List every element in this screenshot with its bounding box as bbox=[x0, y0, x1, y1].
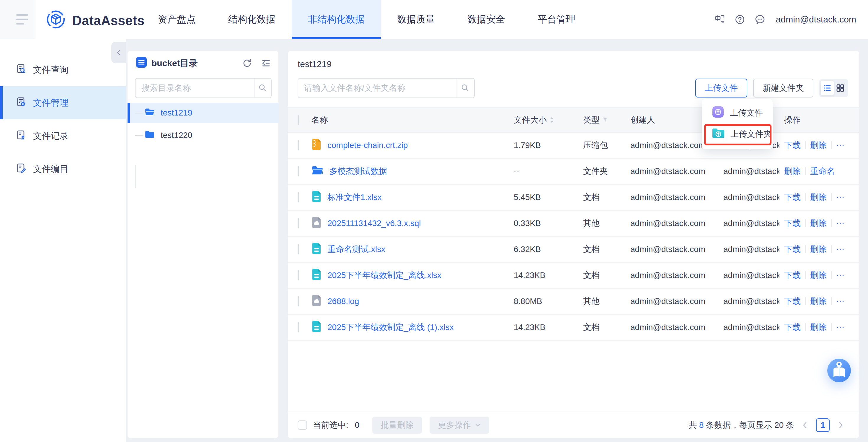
row-actions: 下载删除··· bbox=[784, 140, 859, 151]
row-action-link[interactable]: 删除 bbox=[810, 297, 827, 306]
file-name-link[interactable]: 202511131432_v6.3.x.sql bbox=[328, 218, 421, 228]
sidebar-item-1[interactable]: 文件管理 bbox=[0, 86, 126, 119]
nav-tab-2[interactable]: 非结构化数据 bbox=[292, 0, 381, 39]
directory-search-input[interactable] bbox=[135, 79, 254, 97]
row-action-link[interactable]: 删除 bbox=[784, 167, 801, 176]
row-action-link[interactable]: 下载 bbox=[784, 297, 801, 306]
row-action-link[interactable]: 下载 bbox=[784, 271, 801, 280]
directory-search-button[interactable] bbox=[254, 79, 271, 97]
sidebar-item-2[interactable]: 文件记录 bbox=[0, 119, 126, 152]
message-icon[interactable] bbox=[754, 13, 766, 25]
row-actions: 下载删除··· bbox=[784, 322, 859, 333]
file-name-link[interactable]: complete-chain.crt.zip bbox=[328, 141, 408, 150]
row-action-more[interactable]: ··· bbox=[836, 141, 844, 150]
row-action-link[interactable]: 下载 bbox=[784, 245, 801, 254]
row-action-link[interactable]: 重命名 bbox=[810, 167, 835, 176]
sidebar-item-3[interactable]: 文件编目 bbox=[0, 152, 126, 185]
row-actions: 下载删除··· bbox=[784, 218, 859, 229]
row-action-link[interactable]: 下载 bbox=[784, 323, 801, 332]
row-action-more[interactable]: ··· bbox=[836, 271, 844, 280]
nav-tab-0[interactable]: 资产盘点 bbox=[142, 0, 212, 39]
file-table: 名称 文件大小 类型 创建人 操作 complete-chain.crt.zip… bbox=[288, 107, 859, 341]
file-size: 8.80MB bbox=[514, 297, 583, 306]
file-search-button[interactable] bbox=[456, 79, 474, 97]
row-checkbox[interactable] bbox=[298, 296, 299, 306]
list-view-button[interactable] bbox=[821, 81, 834, 95]
row-action-link[interactable]: 删除 bbox=[810, 193, 827, 202]
next-page-button[interactable] bbox=[836, 421, 845, 430]
prev-page-button[interactable] bbox=[801, 421, 810, 430]
row-checkbox[interactable] bbox=[298, 140, 299, 150]
tree-node-1[interactable]: test1220 bbox=[128, 125, 278, 145]
select-all-checkbox[interactable] bbox=[298, 115, 299, 125]
file-type: 文档 bbox=[583, 192, 630, 203]
collapse-tree-icon[interactable] bbox=[261, 58, 271, 68]
table-header-row: 名称 文件大小 类型 创建人 操作 bbox=[288, 107, 859, 132]
sort-icon[interactable] bbox=[550, 116, 554, 123]
filter-icon[interactable] bbox=[602, 117, 608, 122]
page-number[interactable]: 1 bbox=[816, 418, 830, 432]
file-name-link[interactable]: 重命名测试.xlsx bbox=[328, 244, 385, 255]
file-record-icon bbox=[16, 130, 27, 142]
file-search bbox=[298, 78, 475, 98]
doc-file-icon bbox=[311, 242, 321, 257]
batch-delete-button[interactable]: 批量删除 bbox=[372, 417, 422, 434]
row-checkbox[interactable] bbox=[298, 218, 299, 228]
help-icon[interactable] bbox=[734, 13, 746, 25]
nav-tab-3[interactable]: 数据质量 bbox=[381, 0, 451, 39]
nav-tab-5[interactable]: 平台管理 bbox=[521, 0, 592, 39]
row-action-link[interactable]: 下载 bbox=[784, 141, 801, 150]
menu-hamburger-icon[interactable] bbox=[0, 0, 35, 39]
row-action-link[interactable]: 下载 bbox=[784, 218, 801, 228]
file-name-link[interactable]: 2025下半年绩效制定_离线 (1).xlsx bbox=[328, 322, 454, 333]
upload-menu-item-1[interactable]: 上传文件夹 bbox=[702, 123, 773, 145]
row-action-link[interactable]: 删除 bbox=[810, 218, 827, 228]
file-name-link[interactable]: 标准文件1.xlsx bbox=[328, 192, 382, 203]
row-action-more[interactable]: ··· bbox=[836, 245, 844, 254]
row-actions: 下载删除··· bbox=[784, 192, 859, 203]
search-icon bbox=[460, 83, 471, 93]
upload-file-button[interactable]: 上传文件 bbox=[695, 79, 747, 97]
refresh-icon[interactable] bbox=[242, 58, 252, 68]
folder-icon bbox=[145, 130, 155, 141]
file-catalog-icon bbox=[16, 163, 27, 176]
upload-menu-item-0[interactable]: 上传文件 bbox=[702, 102, 773, 123]
grid-view-button[interactable] bbox=[834, 81, 847, 95]
doc-file-icon bbox=[311, 269, 321, 283]
column-header-size: 文件大小 bbox=[514, 114, 583, 125]
bucket-directory-panel: bucket目录 test1219test1220 bbox=[128, 51, 278, 438]
user-email[interactable]: admin@dtstack.com bbox=[776, 14, 856, 25]
file-name-link[interactable]: 多模态测试数据 bbox=[329, 166, 387, 177]
file-name-link[interactable]: 2688.log bbox=[328, 297, 359, 306]
file-type: 文档 bbox=[583, 244, 630, 255]
row-checkbox[interactable] bbox=[298, 192, 299, 202]
nav-tab-1[interactable]: 结构化数据 bbox=[212, 0, 292, 39]
file-size: 1.79KB bbox=[514, 141, 583, 150]
row-checkbox[interactable] bbox=[298, 166, 299, 176]
row-action-more[interactable]: ··· bbox=[836, 218, 844, 228]
row-action-more[interactable]: ··· bbox=[836, 193, 844, 202]
row-action-link[interactable]: 删除 bbox=[810, 141, 827, 150]
tree-node-0[interactable]: test1219 bbox=[128, 103, 278, 123]
breadcrumb[interactable]: test1219 bbox=[298, 59, 332, 69]
row-checkbox[interactable] bbox=[298, 244, 299, 255]
nav-tab-4[interactable]: 数据安全 bbox=[451, 0, 521, 39]
footer-select-checkbox[interactable] bbox=[298, 420, 307, 430]
row-action-link[interactable]: 下载 bbox=[784, 193, 801, 202]
file-name-link[interactable]: 2025下半年绩效制定_离线.xlsx bbox=[328, 270, 441, 281]
row-action-link[interactable]: 删除 bbox=[810, 323, 827, 332]
row-action-more[interactable]: ··· bbox=[836, 297, 844, 306]
file-creator: admin@dtstack.com bbox=[630, 323, 723, 332]
sidebar-item-0[interactable]: 文件查询 bbox=[0, 53, 126, 86]
language-icon[interactable] bbox=[714, 13, 726, 25]
row-checkbox[interactable] bbox=[298, 322, 299, 332]
row-action-link[interactable]: 删除 bbox=[810, 271, 827, 280]
pagination-summary: 共 8 条数据，每页显示 20 条 bbox=[688, 419, 794, 431]
row-action-more[interactable]: ··· bbox=[836, 323, 844, 332]
row-action-link[interactable]: 删除 bbox=[810, 245, 827, 254]
new-folder-button[interactable]: 新建文件夹 bbox=[753, 79, 813, 97]
file-search-input[interactable] bbox=[298, 79, 456, 97]
more-actions-button[interactable]: 更多操作 bbox=[430, 417, 489, 434]
row-checkbox[interactable] bbox=[298, 270, 299, 281]
guide-helper-button[interactable] bbox=[827, 358, 851, 383]
